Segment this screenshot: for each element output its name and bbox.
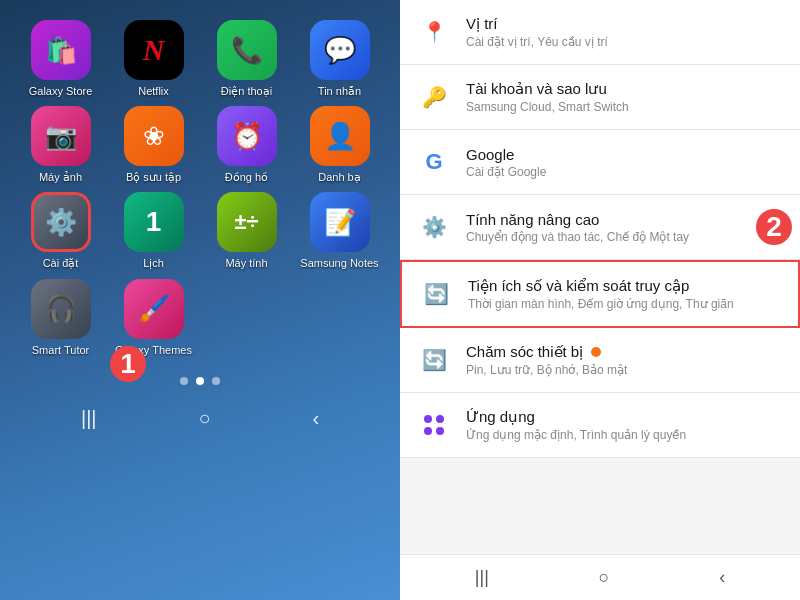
calculator-label: Máy tính bbox=[225, 257, 267, 270]
smart-tutor-label: Smart Tutor bbox=[32, 344, 89, 357]
settings-home-icon[interactable]: ○ bbox=[599, 567, 610, 588]
app-smart-tutor[interactable]: 🎧 Smart Tutor bbox=[18, 279, 103, 357]
clock-icon: ⏰ bbox=[217, 106, 277, 166]
digital-wellbeing-subtitle: Thời gian màn hình, Đếm giờ ứng dụng, Th… bbox=[468, 297, 782, 311]
settings-back-icon[interactable]: ||| bbox=[475, 567, 489, 588]
contacts-icon: 👤 bbox=[310, 106, 370, 166]
apps-title: Ứng dụng bbox=[466, 408, 784, 426]
phone-icon: 📞 bbox=[217, 20, 277, 80]
device-care-subtitle: Pin, Lưu trữ, Bộ nhớ, Bảo mật bbox=[466, 363, 784, 377]
gallery-label: Bộ sưu tập bbox=[126, 171, 181, 184]
page-dot bbox=[180, 377, 188, 385]
galaxy-themes-icon: 🖌️ bbox=[124, 279, 184, 339]
digital-wellbeing-text: Tiện ích số và kiểm soát truy cập Thời g… bbox=[468, 277, 782, 311]
app-grid-row1: 🛍️ Galaxy Store N Netflix 📞 Điện thoại 💬… bbox=[18, 10, 382, 367]
app-settings[interactable]: ⚙️ Cài đặt bbox=[18, 192, 103, 270]
galaxy-store-label: Galaxy Store bbox=[29, 85, 93, 98]
app-gallery[interactable]: ❀ Bộ sưu tập bbox=[111, 106, 196, 184]
netflix-icon: N bbox=[124, 20, 184, 80]
orange-dot-badge bbox=[591, 347, 601, 357]
page-dot-active bbox=[196, 377, 204, 385]
settings-nav-bar: ||| ○ ‹ bbox=[400, 554, 800, 600]
settings-label: Cài đặt bbox=[43, 257, 79, 270]
app-clock[interactable]: ⏰ Đồng hồ bbox=[204, 106, 289, 184]
settings-item-digital-wellbeing[interactable]: 🔄 Tiện ích số và kiểm soát truy cập Thời… bbox=[400, 260, 800, 328]
page-dot bbox=[212, 377, 220, 385]
camera-icon: 📷 bbox=[31, 106, 91, 166]
accounts-title: Tài khoản và sao lưu bbox=[466, 80, 784, 98]
calculator-icon: ±÷ bbox=[217, 192, 277, 252]
digital-wellbeing-icon: 🔄 bbox=[418, 276, 454, 312]
nav-bar: ||| ○ ‹ bbox=[10, 395, 390, 442]
advanced-subtitle: Chuyển động và thao tác, Chế độ Một tay bbox=[466, 230, 784, 244]
app-messages[interactable]: 💬 Tin nhắn bbox=[297, 20, 382, 98]
phone-label: Điện thoại bbox=[221, 85, 272, 98]
google-icon: G bbox=[416, 144, 452, 180]
google-text: Google Cài đặt Google bbox=[466, 146, 784, 179]
location-title: Vị trí bbox=[466, 15, 784, 33]
netflix-label: Netflix bbox=[138, 85, 169, 98]
clock-label: Đồng hồ bbox=[225, 171, 268, 184]
google-subtitle: Cài đặt Google bbox=[466, 165, 784, 179]
samsung-notes-label: Samsung Notes bbox=[300, 257, 378, 270]
apps-subtitle: Ứng dụng mặc định, Trình quản lý quyền bbox=[466, 428, 784, 442]
app-contacts[interactable]: 👤 Danh bạ bbox=[297, 106, 382, 184]
digital-wellbeing-title: Tiện ích số và kiểm soát truy cập bbox=[468, 277, 782, 295]
settings-recents-icon[interactable]: ‹ bbox=[719, 567, 725, 588]
settings-panel: 📍 Vị trí Cài đặt vị trí, Yêu cầu vị trí … bbox=[400, 0, 800, 600]
smart-tutor-icon: 🎧 bbox=[31, 279, 91, 339]
settings-item-location[interactable]: 📍 Vị trí Cài đặt vị trí, Yêu cầu vị trí bbox=[400, 0, 800, 65]
contacts-label: Danh bạ bbox=[318, 171, 360, 184]
advanced-text: Tính năng nâng cao Chuyển động và thao t… bbox=[466, 211, 784, 244]
messages-icon: 💬 bbox=[310, 20, 370, 80]
google-title: Google bbox=[466, 146, 784, 163]
app-galaxy-store[interactable]: 🛍️ Galaxy Store bbox=[18, 20, 103, 98]
accounts-subtitle: Samsung Cloud, Smart Switch bbox=[466, 100, 784, 114]
app-netflix[interactable]: N Netflix bbox=[111, 20, 196, 98]
calendar-label: Lịch bbox=[143, 257, 164, 270]
device-care-text: Chăm sóc thiết bị Pin, Lưu trữ, Bộ nhớ, … bbox=[466, 343, 784, 377]
settings-item-accounts[interactable]: 🔑 Tài khoản và sao lưu Samsung Cloud, Sm… bbox=[400, 65, 800, 130]
messages-label: Tin nhắn bbox=[318, 85, 361, 98]
settings-icon: ⚙️ bbox=[31, 192, 91, 252]
home-screen: 🛍️ Galaxy Store N Netflix 📞 Điện thoại 💬… bbox=[0, 0, 400, 600]
recents-nav-icon[interactable]: ‹ bbox=[312, 407, 319, 430]
location-subtitle: Cài đặt vị trí, Yêu cầu vị trí bbox=[466, 35, 784, 49]
location-text: Vị trí Cài đặt vị trí, Yêu cầu vị trí bbox=[466, 15, 784, 49]
device-care-title: Chăm sóc thiết bị bbox=[466, 343, 784, 361]
apps-icon bbox=[416, 407, 452, 443]
back-nav-icon[interactable]: ||| bbox=[81, 407, 97, 430]
app-calendar[interactable]: 1 Lịch bbox=[111, 192, 196, 270]
camera-label: Máy ảnh bbox=[39, 171, 82, 184]
settings-item-apps[interactable]: Ứng dụng Ứng dụng mặc định, Trình quản l… bbox=[400, 393, 800, 458]
page-dots bbox=[180, 377, 220, 385]
advanced-title: Tính năng nâng cao bbox=[466, 211, 784, 228]
settings-item-google[interactable]: G Google Cài đặt Google bbox=[400, 130, 800, 195]
calendar-icon: 1 bbox=[124, 192, 184, 252]
app-galaxy-themes[interactable]: 🖌️ Galaxy Themes bbox=[111, 279, 196, 357]
location-icon: 📍 bbox=[416, 14, 452, 50]
settings-item-advanced[interactable]: ⚙️ Tính năng nâng cao Chuyển động và tha… bbox=[400, 195, 800, 260]
home-nav-icon[interactable]: ○ bbox=[198, 407, 210, 430]
step-badge-1: 1 bbox=[110, 346, 146, 382]
accounts-icon: 🔑 bbox=[416, 79, 452, 115]
settings-list: 📍 Vị trí Cài đặt vị trí, Yêu cầu vị trí … bbox=[400, 0, 800, 554]
apps-text: Ứng dụng Ứng dụng mặc định, Trình quản l… bbox=[466, 408, 784, 442]
app-phone[interactable]: 📞 Điện thoại bbox=[204, 20, 289, 98]
advanced-icon: ⚙️ bbox=[416, 209, 452, 245]
accounts-text: Tài khoản và sao lưu Samsung Cloud, Smar… bbox=[466, 80, 784, 114]
gallery-icon: ❀ bbox=[124, 106, 184, 166]
step-badge-2: 2 bbox=[756, 209, 792, 245]
device-care-icon: 🔄 bbox=[416, 342, 452, 378]
galaxy-store-icon: 🛍️ bbox=[31, 20, 91, 80]
app-samsung-notes[interactable]: 📝 Samsung Notes bbox=[297, 192, 382, 270]
samsung-notes-icon: 📝 bbox=[310, 192, 370, 252]
app-camera[interactable]: 📷 Máy ảnh bbox=[18, 106, 103, 184]
app-calculator[interactable]: ±÷ Máy tính bbox=[204, 192, 289, 270]
settings-item-device-care[interactable]: 🔄 Chăm sóc thiết bị Pin, Lưu trữ, Bộ nhớ… bbox=[400, 328, 800, 393]
